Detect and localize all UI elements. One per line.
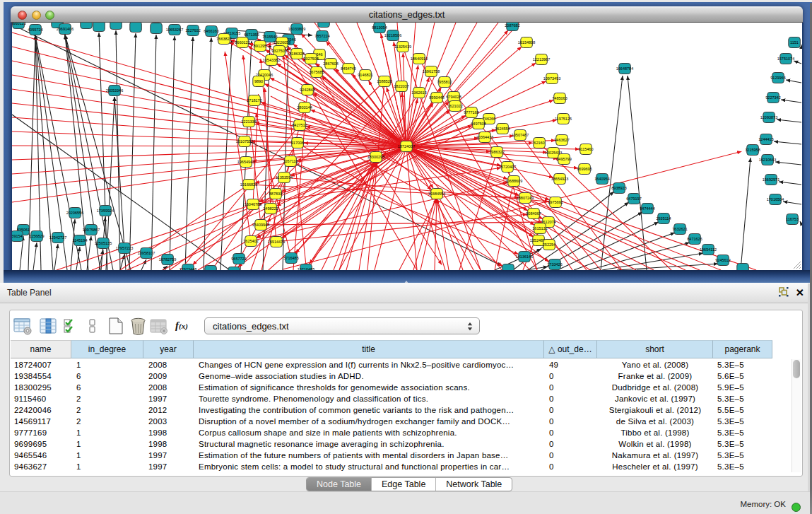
svg-text:1145194: 1145194: [72, 238, 87, 243]
svg-text:10975867: 10975867: [83, 228, 100, 232]
svg-text:20691406: 20691406: [57, 27, 73, 31]
svg-text:39154: 39154: [12, 234, 23, 238]
svg-text:9245612: 9245612: [715, 258, 730, 262]
svg-text:7857224: 7857224: [314, 34, 329, 38]
svg-text:2803144: 2803144: [297, 105, 312, 110]
svg-text:9327508: 9327508: [303, 57, 318, 61]
svg-text:8660123: 8660123: [235, 40, 249, 45]
svg-text:9495799: 9495799: [556, 157, 571, 161]
svg-text:12213967: 12213967: [533, 57, 550, 62]
svg-text:1822037: 1822037: [394, 84, 408, 88]
svg-text:9463627: 9463627: [554, 138, 569, 142]
svg-text:9657721: 9657721: [231, 257, 246, 261]
svg-text:7663822: 7663822: [216, 37, 231, 41]
svg-text:1498222: 1498222: [263, 206, 278, 211]
svg-text:16046788: 16046788: [245, 202, 261, 206]
svg-text:1244415: 1244415: [758, 137, 773, 141]
svg-text:17016504: 17016504: [767, 197, 784, 201]
svg-text:6671355: 6671355: [244, 33, 259, 37]
svg-text:18807249: 18807249: [517, 196, 534, 200]
svg-text:9084067: 9084067: [526, 211, 541, 216]
svg-text:9146821: 9146821: [358, 73, 372, 77]
svg-text:19384554: 19384554: [428, 192, 445, 196]
svg-text:16961758: 16961758: [423, 69, 440, 74]
svg-text:15751074: 15751074: [777, 57, 794, 61]
svg-text:6479197: 6479197: [626, 197, 641, 201]
svg-text:10654112: 10654112: [700, 247, 717, 252]
svg-text:18724007: 18724007: [398, 144, 415, 148]
svg-text:6497508: 6497508: [471, 122, 486, 126]
svg-text:14136141: 14136141: [516, 255, 533, 259]
svg-text:8990448: 8990448: [429, 95, 444, 100]
svg-text:20206556: 20206556: [66, 211, 83, 215]
svg-text:8427512: 8427512: [292, 123, 307, 127]
svg-text:116753: 116753: [786, 217, 799, 221]
svg-text:10543382: 10543382: [263, 58, 280, 62]
svg-text:17957223: 17957223: [116, 246, 133, 250]
svg-text:5716485: 5716485: [283, 256, 298, 260]
svg-text:10107552: 10107552: [236, 139, 253, 144]
svg-text:1975692: 1975692: [548, 200, 563, 204]
svg-text:1621022: 1621022: [447, 104, 462, 108]
svg-text:13226058: 13226058: [273, 40, 290, 45]
svg-text:1640954: 1640954: [594, 177, 609, 181]
svg-text:9242843: 9242843: [300, 88, 314, 92]
svg-text:11325419: 11325419: [394, 45, 411, 49]
svg-text:1151: 1151: [790, 40, 799, 45]
svg-text:1733426: 1733426: [547, 262, 562, 267]
svg-text:15720407: 15720407: [499, 165, 516, 169]
svg-text:3624554: 3624554: [495, 127, 510, 131]
svg-text:252254: 252254: [543, 243, 555, 247]
svg-text:2718170: 2718170: [247, 98, 261, 103]
svg-text:11975125: 11975125: [555, 117, 572, 121]
svg-text:1527602: 1527602: [185, 28, 200, 33]
svg-text:12093873: 12093873: [760, 115, 777, 119]
svg-text:8660123: 8660123: [12, 23, 26, 25]
svg-text:1615132: 1615132: [532, 226, 547, 230]
svg-text:9115460: 9115460: [578, 147, 593, 151]
svg-text:62160: 62160: [534, 141, 544, 145]
svg-text:891295: 891295: [254, 44, 266, 48]
svg-text:7986322: 7986322: [489, 150, 504, 154]
svg-text:12923448: 12923448: [180, 267, 196, 270]
svg-text:2087682: 2087682: [505, 23, 519, 28]
svg-text:19218506: 19218506: [384, 33, 401, 37]
svg-text:9699695: 9699695: [577, 167, 592, 171]
svg-text:9777169: 9777169: [464, 110, 478, 115]
svg-text:7485063: 7485063: [552, 96, 567, 100]
svg-text:13654923: 13654923: [551, 177, 568, 181]
svg-text:9227342: 9227342: [765, 95, 780, 100]
svg-text:2935114: 2935114: [656, 216, 671, 221]
svg-text:20053346: 20053346: [106, 88, 123, 93]
svg-text:7632621: 7632621: [672, 227, 687, 231]
svg-text:7955812: 7955812: [437, 80, 452, 84]
svg-text:8454749: 8454749: [341, 66, 355, 71]
svg-text:1221338: 1221338: [241, 119, 256, 124]
svg-text:13716485: 13716485: [298, 267, 314, 270]
svg-text:19654943: 19654943: [237, 160, 254, 164]
svg-text:1362615: 1362615: [411, 90, 426, 95]
svg-text:8938923: 8938923: [611, 186, 626, 190]
svg-text:6794028: 6794028: [446, 95, 461, 99]
svg-text:1588520: 1588520: [377, 79, 392, 83]
svg-text:8186328: 8186328: [289, 52, 304, 56]
svg-text:12505135: 12505135: [95, 241, 112, 245]
svg-text:7515546: 7515546: [262, 35, 277, 39]
svg-text:9474444: 9474444: [640, 206, 654, 211]
svg-text:16210643: 16210643: [759, 158, 776, 162]
svg-text:16154808: 16154808: [518, 40, 535, 45]
svg-text:3267110: 3267110: [283, 159, 298, 163]
svg-text:9890: 9890: [254, 79, 263, 83]
svg-text:6466160: 6466160: [204, 29, 218, 33]
svg-text:10653267: 10653267: [166, 28, 183, 32]
svg-text:17359924: 17359924: [97, 209, 114, 213]
svg-text:4055724: 4055724: [28, 28, 42, 32]
svg-text:16033809: 16033809: [288, 27, 305, 31]
svg-text:16782759: 16782759: [159, 257, 176, 262]
svg-text:16914479: 16914479: [268, 240, 285, 244]
svg-text:9129966: 9129966: [770, 76, 785, 80]
svg-text:16648784: 16648784: [616, 66, 633, 71]
svg-text:8813054: 8813054: [372, 25, 387, 30]
svg-text:8471626: 8471626: [687, 237, 702, 241]
svg-text:11353594: 11353594: [276, 175, 293, 180]
